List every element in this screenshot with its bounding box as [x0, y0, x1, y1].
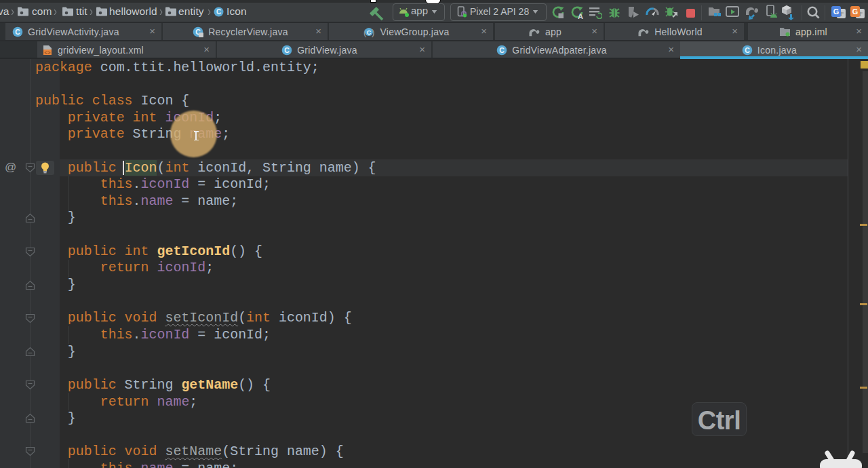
svg-text:G: G: [833, 7, 840, 16]
svg-text:A: A: [578, 12, 583, 20]
svg-text:C: C: [284, 46, 290, 54]
svg-text:G: G: [852, 7, 859, 16]
svg-text:C: C: [745, 46, 750, 54]
svg-text:<>: <>: [45, 49, 51, 55]
svg-text:C: C: [367, 28, 372, 35]
svg-text:): ): [372, 26, 374, 37]
svg-text:C: C: [216, 8, 221, 16]
svg-text:C: C: [500, 46, 505, 54]
svg-text:C: C: [15, 28, 20, 36]
